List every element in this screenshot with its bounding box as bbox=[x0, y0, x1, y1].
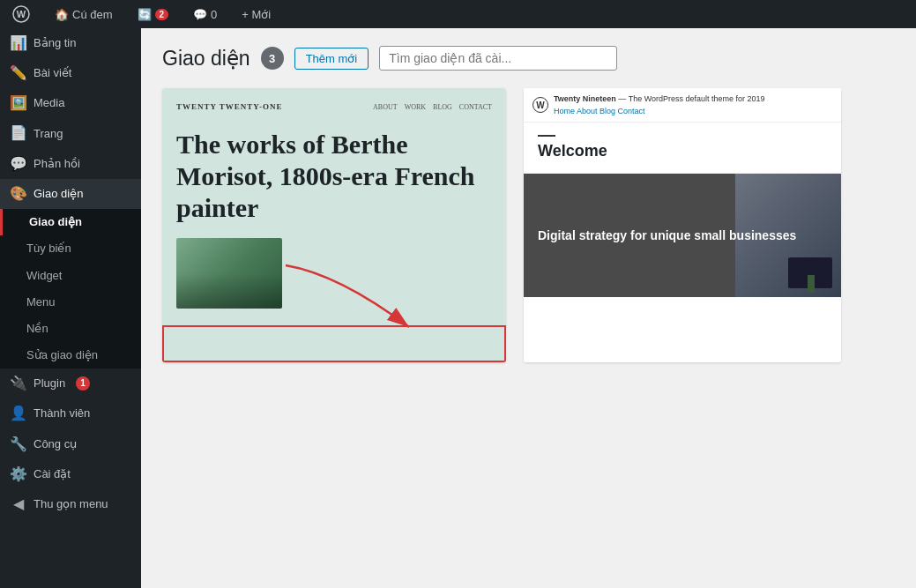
comments-icon: 💬 bbox=[193, 8, 207, 21]
svg-text:W: W bbox=[17, 9, 26, 19]
theme-card-twenty-twenty-one[interactable]: TWENTY TWENTY-ONE ABOUT WORK BLOG CONTAC… bbox=[162, 88, 506, 362]
appearance-icon: 🎨 bbox=[11, 186, 26, 202]
admin-bar: W 🏠 Cú đem 🔄 2 💬 0 + Mới bbox=[0, 0, 916, 28]
theme-count-badge: 3 bbox=[261, 47, 284, 70]
sidebar-item-collapse[interactable]: ◀ Thu gọn menu bbox=[0, 489, 141, 519]
comments-button[interactable]: 💬 0 bbox=[188, 0, 222, 28]
sidebar-item-sua-giao-dien[interactable]: Sửa giao diện bbox=[0, 342, 141, 368]
sidebar-item-bang-tin[interactable]: 📊 Bảng tin bbox=[0, 28, 141, 58]
wp-logo-icon: W bbox=[12, 5, 30, 23]
theme-preview-2021: TWENTY TWENTY-ONE ABOUT WORK BLOG CONTAC… bbox=[162, 88, 506, 362]
sidebar-item-tuy-bien[interactable]: Tùy biến bbox=[0, 235, 141, 262]
home-icon: 🏠 bbox=[55, 8, 69, 21]
sidebar-item-cong-cu[interactable]: 🔧 Công cụ bbox=[0, 429, 141, 459]
search-input[interactable] bbox=[379, 46, 617, 71]
main-content: Giao diện 3 Thêm mới TWENTY TWENTY-ONE A… bbox=[141, 28, 916, 588]
media-icon: 🖼️ bbox=[11, 95, 26, 111]
sidebar-item-cai-dat[interactable]: ⚙️ Cài đặt bbox=[0, 459, 141, 489]
wp-logo-button[interactable]: W bbox=[7, 0, 35, 28]
preview-hero-image bbox=[176, 238, 282, 309]
plugin-badge: 1 bbox=[76, 376, 90, 391]
updates-button[interactable]: 🔄 2 bbox=[132, 0, 175, 28]
main-layout: 📊 Bảng tin ✏️ Bài viết 🖼️ Media 📄 Trang … bbox=[0, 28, 916, 588]
sidebar-submenu-appearance: Giao diện Tùy biến Widget Menu Nền Sửa g… bbox=[0, 209, 141, 368]
sidebar-item-media[interactable]: 🖼️ Media bbox=[0, 88, 141, 118]
sidebar-item-plugin[interactable]: 🔌 Plugin 1 bbox=[0, 368, 141, 398]
settings-icon: ⚙️ bbox=[11, 466, 26, 482]
sidebar-item-giao-dien-parent[interactable]: 🎨 Giao diện bbox=[0, 179, 141, 209]
pages-icon: 📄 bbox=[11, 126, 26, 142]
plugins-icon: 🔌 bbox=[11, 376, 26, 391]
sidebar-item-giao-dien[interactable]: Giao diện bbox=[0, 209, 141, 235]
sidebar-item-menu[interactable]: Menu bbox=[0, 289, 141, 316]
users-icon: 👤 bbox=[11, 406, 26, 422]
theme-preview-2019: W Twenty Nineteen — The WordPress defaul… bbox=[524, 88, 841, 362]
collapse-icon: ◀ bbox=[11, 496, 26, 512]
updates-icon: 🔄 bbox=[138, 8, 152, 21]
page-header: Giao diện 3 Thêm mới bbox=[162, 46, 895, 71]
add-new-button[interactable]: Thêm mới bbox=[294, 48, 369, 70]
preview-2019-welcome: Welcome bbox=[524, 123, 841, 174]
preview-2019-topbar: W Twenty Nineteen — The WordPress defaul… bbox=[524, 88, 841, 123]
site-name-button[interactable]: 🏠 Cú đem bbox=[49, 0, 118, 28]
theme-card-twenty-nineteen[interactable]: W Twenty Nineteen — The WordPress defaul… bbox=[524, 88, 841, 362]
sidebar: 📊 Bảng tin ✏️ Bài viết 🖼️ Media 📄 Trang … bbox=[0, 28, 141, 588]
sidebar-item-trang[interactable]: 📄 Trang bbox=[0, 119, 141, 149]
preview-nav: TWENTY TWENTY-ONE ABOUT WORK BLOG CONTAC… bbox=[176, 102, 492, 111]
comments-nav-icon: 💬 bbox=[11, 156, 26, 172]
themes-grid: TWENTY TWENTY-ONE ABOUT WORK BLOG CONTAC… bbox=[162, 88, 895, 362]
preview-2019-dark-section: Digital strategy for unique small busine… bbox=[524, 174, 841, 297]
updates-badge: 2 bbox=[155, 9, 169, 20]
sidebar-item-phan-hoi[interactable]: 💬 Phản hồi bbox=[0, 149, 141, 179]
new-content-button[interactable]: + Mới bbox=[236, 0, 276, 28]
sidebar-item-thanh-vien[interactable]: 👤 Thành viên bbox=[0, 398, 141, 428]
sidebar-item-bai-viet[interactable]: ✏️ Bài viết bbox=[0, 58, 141, 88]
page-title: Giao diện bbox=[162, 47, 250, 71]
dashboard-icon: 📊 bbox=[11, 35, 26, 51]
posts-icon: ✏️ bbox=[11, 65, 26, 81]
sidebar-item-widget[interactable]: Widget bbox=[0, 263, 141, 289]
tools-icon: 🔧 bbox=[11, 436, 26, 452]
sidebar-item-nen[interactable]: Nền bbox=[0, 316, 141, 342]
preview-hero-text: The works of Berthe Morisot, 1800s-era F… bbox=[176, 129, 492, 224]
wp-circle-icon: W bbox=[532, 97, 548, 113]
